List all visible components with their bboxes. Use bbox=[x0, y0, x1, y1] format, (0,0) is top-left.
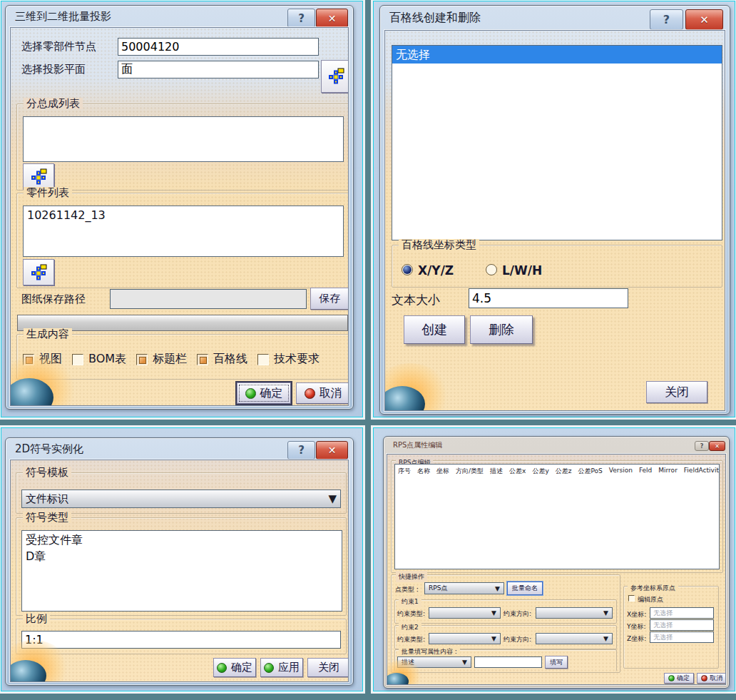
help-icon: ? bbox=[298, 12, 305, 25]
close-button[interactable]: ✕ bbox=[316, 9, 348, 28]
dialog-body: RPS点编辑 序号名称 坐标方向/类型 描述公差x 公差y公差z 公差PoSVe… bbox=[387, 454, 726, 685]
help-button[interactable]: ? bbox=[695, 441, 709, 451]
selection-list[interactable]: 无选择 bbox=[392, 45, 722, 240]
edit-origin-label: 编辑原点 bbox=[638, 595, 663, 604]
plane-input[interactable] bbox=[118, 61, 319, 78]
text-size-label: 文本大小 bbox=[392, 292, 440, 308]
close-icon: ✕ bbox=[700, 14, 709, 26]
help-icon: ? bbox=[700, 443, 704, 450]
point-type-dropdown[interactable]: RPS点 bbox=[424, 582, 504, 594]
dialog-title: RPS点属性编辑 bbox=[384, 437, 729, 454]
scale-group: 比例 bbox=[16, 619, 347, 654]
screenshot-montage: 三维到二维批量投影 ? ✕ 选择零部件节点 选择投影平面 bbox=[0, 0, 736, 700]
close-dialog-button[interactable]: 关闭 bbox=[307, 658, 349, 677]
dialog-gridline: 百格线创建和删除 ? ✕ 无选择 百格线坐标类型 X/Y/Z L/W/H 文本大… bbox=[379, 5, 730, 415]
batch-name-button[interactable]: 批量命名 bbox=[507, 582, 543, 595]
rps-edit-group: RPS点编辑 序号名称 坐标方向/类型 描述公差x 公差y公差z 公差PoSVe… bbox=[391, 460, 723, 573]
help-button[interactable]: ? bbox=[287, 441, 315, 460]
select-part-button[interactable] bbox=[23, 259, 54, 285]
text-size-input[interactable] bbox=[469, 288, 628, 308]
save-path-label: 图纸保存路径 bbox=[21, 293, 86, 306]
save-path-input[interactable] bbox=[110, 289, 307, 309]
apply-button[interactable]: 应用 bbox=[260, 658, 303, 677]
ok-green-icon bbox=[245, 388, 256, 399]
constraint2-type-dropdown[interactable] bbox=[429, 633, 501, 644]
template-dropdown[interactable]: 文件标识 bbox=[21, 490, 341, 508]
close-button[interactable]: ✕ bbox=[316, 441, 348, 460]
radio-xyz[interactable] bbox=[402, 264, 413, 275]
fill-button[interactable]: 填写 bbox=[545, 656, 568, 669]
symbol-template-group: 符号模板 文件标识 bbox=[16, 472, 347, 514]
dialog-body: 无选择 百格线坐标类型 X/Y/Z L/W/H 文本大小 创建 删除 关闭 bbox=[384, 30, 725, 411]
part-list[interactable]: 10261142_13 bbox=[23, 206, 344, 257]
list-item[interactable]: 10261142_13 bbox=[24, 206, 343, 223]
coord-type-group: 百格线坐标类型 X/Y/Z L/W/H bbox=[392, 245, 722, 288]
fill-value-input[interactable] bbox=[474, 656, 542, 668]
scale-input[interactable] bbox=[21, 631, 341, 649]
constraint1-type-dropdown[interactable] bbox=[429, 607, 501, 619]
checkbox-titleblock[interactable] bbox=[136, 354, 148, 365]
catia-select-icon bbox=[328, 68, 344, 85]
list-item[interactable]: D章 bbox=[22, 548, 342, 564]
constraint1-group: 约束1 约束类型: 约束方向: bbox=[394, 599, 617, 624]
delete-button[interactable]: 删除 bbox=[470, 315, 533, 344]
table-header-row: 序号名称 坐标方向/类型 描述公差x 公差y公差z 公差PoSVersion F… bbox=[395, 465, 719, 476]
list-item-selected[interactable]: 无选择 bbox=[392, 46, 722, 64]
ok-button[interactable]: 确定 bbox=[237, 382, 291, 404]
symbol-type-group: 符号类型 受控文件章 D章 bbox=[16, 517, 347, 616]
close-button[interactable]: ✕ bbox=[709, 441, 725, 451]
ok-button[interactable]: 确定 bbox=[213, 658, 256, 677]
save-button[interactable]: 保存 bbox=[310, 288, 349, 310]
help-icon: ? bbox=[663, 13, 670, 26]
cancel-button[interactable]: 取消 bbox=[697, 673, 726, 684]
z-coord-input[interactable] bbox=[650, 631, 714, 643]
rps-table[interactable]: 序号名称 坐标方向/类型 描述公差x 公差y公差z 公差PoSVersion F… bbox=[394, 464, 720, 569]
ok-green-icon bbox=[668, 675, 675, 681]
help-icon: ? bbox=[298, 444, 305, 457]
constraint2-dir-dropdown[interactable] bbox=[536, 633, 613, 644]
batch-fill-group: 批量填写属性内容 : 描述 填写 bbox=[394, 649, 617, 671]
ref-origin-group: 参考坐标系原点 编辑原点 X坐标: Y坐标: Z坐标: bbox=[623, 586, 719, 669]
close-dialog-button[interactable]: 关闭 bbox=[646, 381, 707, 403]
quadrant-bottom-right: RPS点属性编辑 ? ✕ RPS点编辑 序号名称 坐标方向/类型 描述公差x 公… bbox=[374, 428, 735, 691]
subassembly-group: 分总成列表 bbox=[16, 103, 349, 191]
cancel-red-icon bbox=[701, 675, 707, 681]
help-button[interactable]: ? bbox=[287, 9, 315, 28]
help-button[interactable]: ? bbox=[650, 9, 683, 30]
dialog-rps: RPS点属性编辑 ? ✕ RPS点编辑 序号名称 坐标方向/类型 描述公差x 公… bbox=[383, 436, 730, 689]
checkbox-gridline[interactable] bbox=[197, 354, 208, 365]
create-button[interactable]: 创建 bbox=[404, 315, 465, 344]
quadrant-top-right: 百格线创建和删除 ? ✕ 无选择 百格线坐标类型 X/Y/Z L/W/H 文本大… bbox=[374, 1, 735, 417]
symbol-type-list[interactable]: 受控文件章 D章 bbox=[21, 530, 342, 612]
node-label: 选择零部件节点 bbox=[21, 40, 96, 54]
close-icon: ✕ bbox=[715, 443, 720, 450]
dialog-projection: 三维到二维批量投影 ? ✕ 选择零部件节点 选择投影平面 bbox=[5, 5, 354, 410]
edit-origin-checkbox[interactable] bbox=[628, 595, 635, 602]
node-input[interactable] bbox=[118, 38, 319, 56]
close-icon: ✕ bbox=[328, 13, 337, 24]
cancel-red-icon bbox=[305, 388, 315, 399]
catia-select-icon bbox=[31, 168, 47, 186]
dialog-body: 符号模板 文件标识 符号类型 受控文件章 D章 比例 确定 bbox=[10, 460, 349, 682]
dialog-symbol: 2D符号实例化 ? ✕ 符号模板 文件标识 符号类型 受控文件章 D章 比例 bbox=[5, 437, 354, 686]
quadrant-top-left: 三维到二维批量投影 ? ✕ 选择零部件节点 选择投影平面 bbox=[1, 1, 362, 417]
cancel-button[interactable]: 取消 bbox=[296, 382, 349, 404]
select-node-button[interactable] bbox=[321, 60, 349, 93]
ok-green-icon bbox=[217, 663, 227, 673]
subassembly-list[interactable] bbox=[23, 116, 344, 162]
y-coord-input[interactable] bbox=[650, 619, 714, 631]
list-item[interactable]: 受控文件章 bbox=[22, 531, 342, 548]
part-list-group: 零件列表 10261142_13 bbox=[16, 193, 349, 288]
catia-select-icon bbox=[31, 264, 47, 281]
apply-green-icon bbox=[264, 663, 274, 673]
ok-button[interactable]: 确定 bbox=[664, 673, 694, 684]
dialog-body: 选择零部件节点 选择投影平面 分总成列表 bbox=[10, 27, 349, 406]
x-coord-input[interactable] bbox=[650, 607, 714, 619]
close-button[interactable]: ✕ bbox=[685, 9, 723, 30]
radio-lwh[interactable] bbox=[486, 264, 497, 275]
quick-ops-group: 快捷操作 点类型 : RPS点 批量命名 约束1 约束类型: 约束方向: 约束2… bbox=[391, 574, 620, 673]
quadrant-bottom-left: 2D符号实例化 ? ✕ 符号模板 文件标识 符号类型 受控文件章 D章 比例 bbox=[1, 428, 362, 691]
constraint1-dir-dropdown[interactable] bbox=[536, 607, 613, 619]
checkbox-bom[interactable] bbox=[72, 354, 83, 365]
checkbox-techreq[interactable] bbox=[257, 354, 269, 365]
